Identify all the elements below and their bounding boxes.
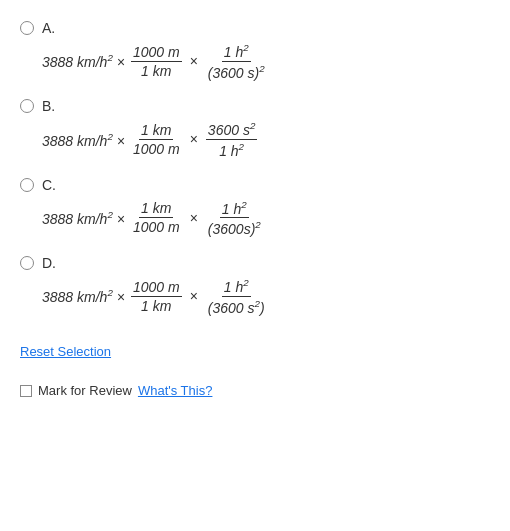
reset-selection-link[interactable]: Reset Selection	[20, 344, 111, 359]
option-d-radio[interactable]	[20, 256, 34, 270]
option-a-letter: A.	[42, 20, 55, 36]
option-b-base: 3888 km/h2 ×	[42, 131, 125, 149]
option-b-letter: B.	[42, 98, 55, 114]
option-c-block: C. 3888 km/h2 × 1 km 1000 m × 1 h2 (3600…	[20, 177, 490, 237]
option-d-frac1: 1000 m 1 km	[131, 279, 182, 314]
option-d-math: 3888 km/h2 × 1000 m 1 km × 1 h2 (3600 s2…	[42, 277, 490, 315]
option-c-frac2: 1 h2 (3600s)2	[206, 199, 263, 237]
option-b-frac2: 3600 s2 1 h2	[206, 120, 258, 158]
option-b-math: 3888 km/h2 × 1 km 1000 m × 3600 s2 1 h2	[42, 120, 490, 158]
option-a-frac2: 1 h2 (3600 s)2	[206, 42, 267, 80]
option-b-block: B. 3888 km/h2 × 1 km 1000 m × 3600 s2 1 …	[20, 98, 490, 158]
option-d-letter: D.	[42, 255, 56, 271]
mark-for-review-row: Mark for Review What's This?	[20, 383, 490, 398]
option-b-times: ×	[190, 131, 198, 147]
option-a-block: A. 3888 km/h2 × 1000 m 1 km × 1 h2 (3600…	[20, 20, 490, 80]
option-c-math: 3888 km/h2 × 1 km 1000 m × 1 h2 (3600s)2	[42, 199, 490, 237]
option-a-base: 3888 km/h2 ×	[42, 52, 125, 70]
option-d-frac2: 1 h2 (3600 s2)	[206, 277, 267, 315]
option-b-radio[interactable]	[20, 99, 34, 113]
option-c-base: 3888 km/h2 ×	[42, 209, 125, 227]
option-c-times: ×	[190, 210, 198, 226]
option-a-times: ×	[190, 53, 198, 69]
option-a-frac1: 1000 m 1 km	[131, 44, 182, 79]
option-b-frac1: 1 km 1000 m	[131, 122, 182, 157]
mark-for-review-checkbox[interactable]	[20, 385, 32, 397]
option-d-block: D. 3888 km/h2 × 1000 m 1 km × 1 h2 (3600…	[20, 255, 490, 315]
option-d-times: ×	[190, 288, 198, 304]
option-c-frac1: 1 km 1000 m	[131, 200, 182, 235]
whats-this-link[interactable]: What's This?	[138, 383, 213, 398]
option-c-radio[interactable]	[20, 178, 34, 192]
option-a-radio[interactable]	[20, 21, 34, 35]
option-c-letter: C.	[42, 177, 56, 193]
mark-for-review-label: Mark for Review	[38, 383, 132, 398]
option-d-base: 3888 km/h2 ×	[42, 287, 125, 305]
option-a-math: 3888 km/h2 × 1000 m 1 km × 1 h2 (3600 s)…	[42, 42, 490, 80]
